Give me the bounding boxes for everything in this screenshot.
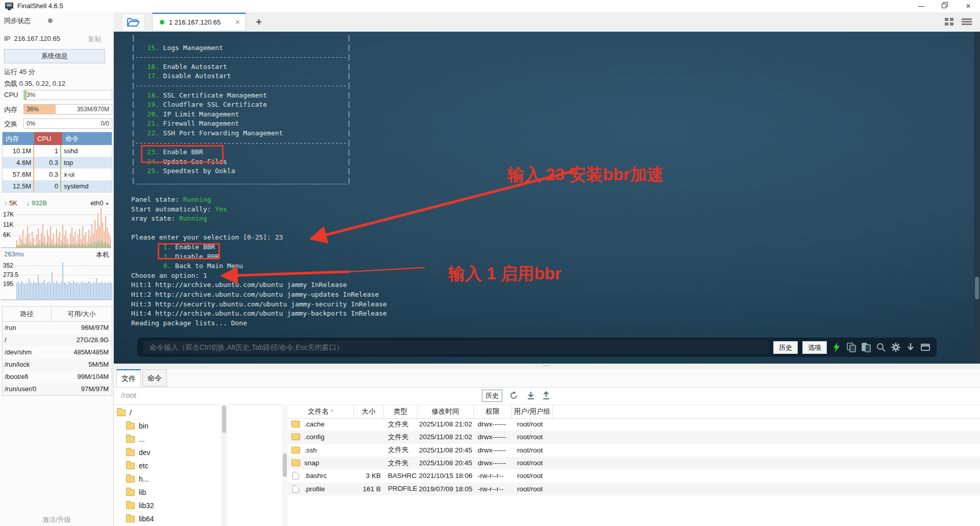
disk-row[interactable]: /run/lock5M/5M (3, 358, 112, 371)
file-table-scrollbar[interactable] (282, 404, 288, 526)
sync-label: 同步状态 (4, 17, 31, 25)
download-arrow-icon: ↓ (27, 199, 30, 207)
tab-files[interactable]: 文件 (116, 369, 141, 387)
copy-ip-link[interactable]: 复制 (88, 35, 101, 44)
file-row-ssh[interactable]: .ssh文件夹2025/11/08 20:45drwx------root/ro… (288, 444, 980, 457)
splitter-handle-dots: ⋯ (543, 361, 551, 369)
file-row-config[interactable]: .config文件夹2025/11/08 21:02drwx------root… (288, 431, 980, 443)
tab-commands[interactable]: 命令 (142, 369, 167, 387)
terminal-scrollbar[interactable] (974, 32, 980, 364)
tree-item-lib[interactable]: lib (126, 486, 146, 499)
new-tab-button[interactable]: + (252, 15, 265, 29)
file-row-bashrc[interactable]: .bashrc3 KBBASHRC ...2021/10/15 18:06-rw… (288, 469, 980, 482)
file-row-profile[interactable]: .profile161 BPROFILE 文...2019/07/09 18:0… (288, 483, 980, 495)
tree-item-lib64[interactable]: lib64 (126, 512, 154, 525)
folder-icon (291, 434, 300, 440)
title-bar: FinalShell 4.6.5 — ✕ (0, 0, 980, 12)
graph-ytick: 17K (3, 211, 14, 218)
terminal[interactable]: | || 15. Logs Management ||-------------… (114, 32, 974, 364)
window-mode-icon[interactable] (920, 342, 930, 352)
ping-target: 本机 (96, 250, 109, 259)
tree-item-[interactable]: / (117, 406, 132, 419)
terminal-scrollbar-thumb[interactable] (975, 277, 979, 299)
file-table-header[interactable]: 文件名^大小类型修改时间权限用户/用户组 (288, 404, 980, 419)
options-button[interactable]: 选项 (802, 341, 827, 354)
tab-close-icon[interactable]: ✕ (235, 18, 240, 26)
layout-grid-icon[interactable] (945, 18, 953, 26)
tree-item-etc[interactable]: etc (126, 459, 149, 472)
process-table[interactable]: 内存CPU命令10.1M1sshd4.6M0.3top57.6M0.3x-ui1… (2, 132, 112, 193)
upload-file-icon[interactable] (541, 390, 552, 401)
app-icon (5, 3, 13, 9)
tree-item-bin[interactable]: bin (126, 419, 149, 433)
gear-icon[interactable] (891, 342, 901, 352)
tree-item-dev[interactable]: dev (126, 446, 151, 459)
command-input-bar: 历史 选项 (137, 338, 937, 357)
disk-row[interactable]: /boot/efi99M/104M (3, 371, 112, 383)
disk-row[interactable]: /run/user/097M/97M (3, 383, 112, 395)
process-col-header[interactable]: 内存 (3, 132, 34, 145)
process-col-header[interactable]: 命令 (62, 132, 112, 145)
folder-icon (126, 449, 135, 456)
connection-manager-button[interactable] (121, 14, 145, 31)
file-col-header[interactable]: 类型 (384, 405, 418, 418)
file-table-scrollbar-thumb[interactable] (283, 453, 287, 477)
file-col-header[interactable]: 用户/用户组 (512, 405, 553, 418)
tree-scrollbar[interactable] (221, 404, 227, 526)
tree-item-h[interactable]: h... (126, 472, 149, 486)
upload-rate: 5K (9, 199, 17, 207)
load-text: 负载 0.35, 0.22, 0.12 (4, 79, 65, 88)
ip-value: 216.167.120.65 (14, 35, 60, 42)
disk-row[interactable]: /27G/28.9G (3, 334, 112, 346)
process-row[interactable]: 57.6M0.3x-ui (3, 169, 112, 180)
annotation-arrows (114, 32, 974, 364)
file-row-snap[interactable]: snap文件夹2025/11/08 20:45drwx------root/ro… (288, 457, 980, 469)
search-icon[interactable] (876, 342, 886, 352)
minimize-button[interactable]: — (910, 0, 933, 12)
current-path[interactable]: /root (121, 391, 136, 399)
tree-item-[interactable]: ... (126, 433, 145, 446)
file-col-header[interactable]: 修改时间 (418, 405, 474, 418)
ip-row: IP 216.167.120.65 复制 (4, 35, 109, 42)
process-row[interactable]: 12.5M0systemd (3, 180, 112, 192)
paste-icon[interactable] (861, 342, 871, 352)
download-file-icon[interactable] (525, 390, 536, 401)
session-tab[interactable]: 1 216.167.120.65 ✕ (152, 13, 246, 31)
command-input[interactable] (143, 341, 769, 354)
process-col-header[interactable]: CPU (34, 132, 62, 145)
disk-row[interactable]: /dev/shm485M/485M (3, 346, 112, 358)
history-button[interactable]: 历史 (773, 341, 798, 354)
process-row[interactable]: 10.1M1sshd (3, 145, 112, 157)
disk-row[interactable]: /run96M/97M (3, 322, 112, 334)
session-tab-label: 1 216.167.120.65 (169, 18, 220, 26)
panel-splitter[interactable]: ⋯ (114, 364, 980, 369)
refresh-icon[interactable] (508, 390, 519, 401)
tree-item-lib32[interactable]: lib32 (126, 499, 154, 512)
restore-button[interactable] (933, 0, 957, 12)
path-history-button[interactable]: 历史 (482, 390, 502, 402)
file-col-header[interactable]: 大小 (354, 405, 384, 418)
tree-scrollbar-thumb[interactable] (222, 405, 226, 433)
copy-icon[interactable] (846, 342, 856, 352)
disk-table[interactable]: 路径可用/大小/run96M/97M/27G/28.9G/dev/shm485M… (2, 306, 112, 396)
directory-tree[interactable]: /bin...devetch...liblib32lib64 (114, 404, 221, 526)
network-graph-header: ↑ 5K ↓ 932B eth0 ▼ (4, 199, 109, 207)
interface-select[interactable]: eth0 ▼ (90, 199, 109, 207)
file-col-header[interactable]: 文件名^ (288, 405, 354, 418)
hamburger-menu-icon[interactable] (962, 18, 972, 26)
download-arrow-icon[interactable] (905, 342, 916, 352)
folder-icon (126, 489, 135, 496)
process-row[interactable]: 4.6M0.3top (3, 157, 112, 169)
file-row-cache[interactable]: .cache文件夹2025/11/08 21:02drwx------root/… (288, 418, 980, 431)
close-button[interactable]: ✕ (957, 0, 980, 12)
quick-command-lightning-icon[interactable] (831, 342, 842, 352)
folder-icon (126, 516, 135, 522)
annotation-note-23: 输入 23 安装bbr加速 (507, 163, 664, 186)
activate-upgrade-link[interactable]: 激活/升级 (0, 515, 113, 524)
system-info-button[interactable]: 系统信息 (4, 49, 105, 63)
file-col-header[interactable]: 权限 (474, 405, 512, 418)
file-path-toolbar: /root 历史 (114, 387, 980, 405)
folder-icon (117, 410, 126, 416)
graph-ytick: 352 (3, 262, 13, 269)
interface-name: eth0 (90, 199, 103, 207)
